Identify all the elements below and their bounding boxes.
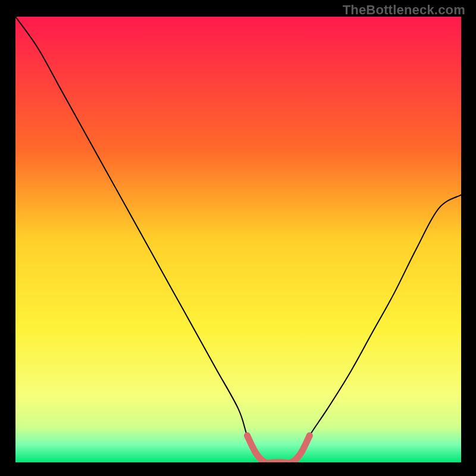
chart-background bbox=[15, 17, 461, 462]
chart-plot-area bbox=[15, 17, 461, 462]
chart-frame: TheBottleneck.com bbox=[0, 0, 476, 476]
chart-svg bbox=[15, 17, 461, 462]
watermark-text: TheBottleneck.com bbox=[343, 2, 465, 18]
